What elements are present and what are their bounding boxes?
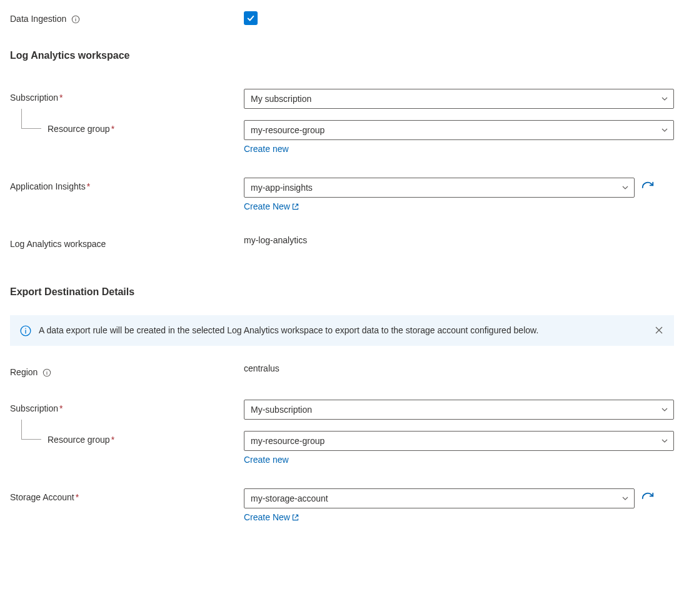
log-analytics-heading: Log Analytics workspace xyxy=(10,50,674,61)
storage-account-dropdown[interactable]: my-storage-account xyxy=(244,488,635,508)
chevron-down-icon xyxy=(661,437,668,445)
refresh-icon[interactable] xyxy=(641,492,655,505)
ex-resource-group-label: Resource group* xyxy=(10,431,244,445)
app-insights-dropdown[interactable]: my-app-insights xyxy=(244,178,635,198)
region-label: Region xyxy=(10,363,244,377)
export-dest-heading: Export Destination Details xyxy=(10,286,674,298)
la-resource-group-dropdown[interactable]: my-resource-group xyxy=(244,120,674,140)
ex-rg-create-new-link[interactable]: Create new xyxy=(244,455,674,465)
banner-text: A data export rule will be created in th… xyxy=(39,324,646,337)
la-subscription-label: Subscription* xyxy=(10,89,244,103)
la-workspace-label: Log Analytics workspace xyxy=(10,235,244,249)
chevron-down-icon xyxy=(621,184,629,191)
info-banner: A data export rule will be created in th… xyxy=(10,315,674,346)
la-rg-create-new-link[interactable]: Create new xyxy=(244,144,674,154)
la-resource-group-label: Resource group* xyxy=(10,120,244,134)
chevron-down-icon xyxy=(661,95,668,103)
la-workspace-value: my-log-analytics xyxy=(244,235,674,245)
svg-point-11 xyxy=(47,371,48,371)
ex-subscription-dropdown[interactable]: My-subscription xyxy=(244,400,674,420)
chevron-down-icon xyxy=(661,126,668,134)
chevron-down-icon xyxy=(621,495,629,502)
svg-line-3 xyxy=(295,204,298,207)
svg-point-2 xyxy=(76,18,76,18)
app-insights-label: Application Insights* xyxy=(10,178,244,191)
app-insights-create-new-link[interactable]: Create New xyxy=(244,201,674,211)
info-icon xyxy=(20,325,31,336)
info-icon[interactable] xyxy=(43,368,51,377)
region-value: centralus xyxy=(244,363,674,373)
info-icon[interactable] xyxy=(71,15,80,24)
data-ingestion-checkbox[interactable] xyxy=(244,11,258,25)
svg-point-6 xyxy=(25,328,26,329)
data-ingestion-label: Data Ingestion xyxy=(10,10,244,24)
storage-create-new-link[interactable]: Create New xyxy=(244,512,674,522)
storage-account-label: Storage Account* xyxy=(10,488,244,502)
external-link-icon xyxy=(291,203,299,211)
external-link-icon xyxy=(291,513,299,522)
la-subscription-dropdown[interactable]: My subscription xyxy=(244,89,674,109)
refresh-icon[interactable] xyxy=(641,181,655,194)
close-icon[interactable] xyxy=(654,325,664,335)
svg-line-12 xyxy=(295,515,298,518)
ex-resource-group-dropdown[interactable]: my-resource-group xyxy=(244,431,674,451)
ex-subscription-label: Subscription* xyxy=(10,400,244,413)
chevron-down-icon xyxy=(661,406,668,413)
